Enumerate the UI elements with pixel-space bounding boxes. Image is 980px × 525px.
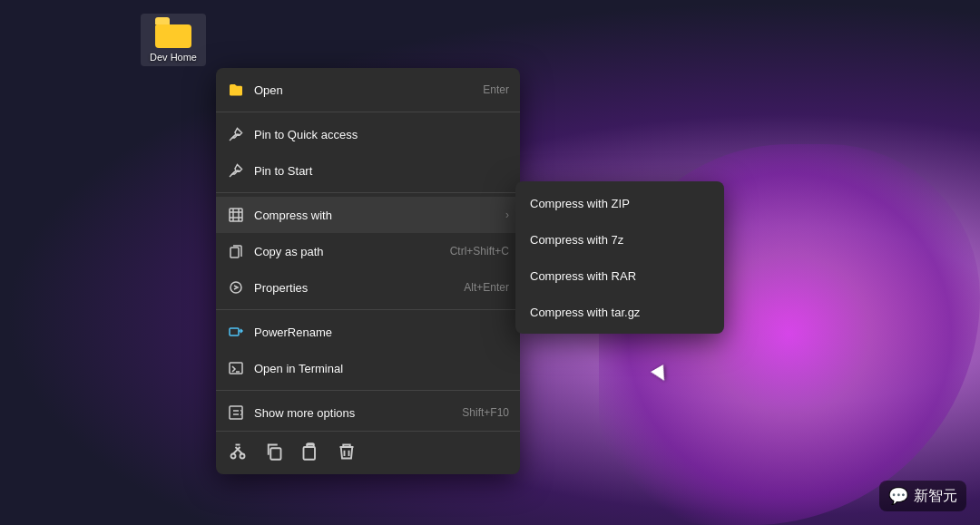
submenu-item-zip[interactable]: Compress with ZIP (515, 185, 724, 221)
desktop-icon-devhome[interactable]: Dev Home (141, 14, 206, 66)
compress-icon (227, 206, 245, 224)
menu-item-more-label: Show more options (254, 406, 453, 420)
wechat-icon: 💬 (888, 486, 908, 506)
menu-item-copy-path-shortcut: Ctrl+Shift+C (450, 245, 509, 258)
svg-point-14 (231, 453, 236, 458)
submenu-rar-label: Compress with RAR (530, 269, 710, 283)
watermark: 💬 新智元 (879, 481, 966, 511)
folder-open-icon (227, 81, 245, 99)
svg-rect-7 (230, 248, 239, 258)
pin-start-icon (227, 161, 245, 180)
menu-item-properties-label: Properties (254, 281, 455, 295)
submenu-item-7z[interactable]: Compress with 7z (515, 221, 724, 258)
paste-icon[interactable] (299, 441, 321, 462)
svg-rect-17 (270, 448, 280, 460)
menu-item-compress[interactable]: Compress with › (216, 197, 520, 233)
svg-rect-18 (304, 447, 316, 460)
divider-3 (216, 309, 520, 310)
menu-item-terminal-label: Open in Terminal (254, 362, 509, 375)
menu-item-compress-label: Compress with (254, 209, 496, 222)
menu-item-terminal[interactable]: Open in Terminal (216, 350, 520, 386)
svg-point-8 (230, 282, 241, 293)
menu-item-pin-start-label: Pin to Start (254, 164, 509, 178)
menu-item-copy-path[interactable]: Copy as path Ctrl+Shift+C (216, 233, 520, 269)
compress-submenu: Compress with ZIP Compress with 7z Compr… (515, 181, 724, 334)
menu-item-open-shortcut: Enter (483, 83, 509, 96)
cut-icon[interactable] (227, 441, 249, 462)
menu-item-powerrename-label: PowerRename (254, 326, 509, 339)
menu-item-open[interactable]: Open Enter (216, 72, 520, 108)
svg-point-15 (240, 453, 245, 458)
svg-rect-9 (230, 328, 239, 335)
menu-item-open-label: Open (254, 83, 474, 97)
submenu-7z-label: Compress with 7z (530, 233, 710, 247)
submenu-item-targz[interactable]: Compress with tar.gz (515, 294, 724, 330)
icon-label: Dev Home (150, 52, 197, 63)
submenu-arrow-icon: › (505, 209, 509, 221)
svg-rect-2 (230, 209, 242, 221)
submenu-zip-label: Compress with ZIP (530, 197, 710, 210)
more-options-icon (227, 403, 245, 422)
menu-item-more[interactable]: Show more options Shift+F10 (216, 394, 520, 431)
terminal-icon (227, 359, 245, 377)
divider-4 (216, 390, 520, 391)
properties-icon (227, 278, 245, 297)
menu-item-pin-quick-label: Pin to Quick access (254, 128, 509, 141)
watermark-text: 新智元 (914, 487, 957, 506)
copy-path-icon (227, 242, 245, 260)
submenu-targz-label: Compress with tar.gz (530, 306, 710, 319)
bottom-icon-bar (216, 431, 520, 471)
menu-item-powerrename[interactable]: PowerRename (216, 314, 520, 350)
svg-rect-13 (230, 406, 242, 419)
menu-item-pin-quick[interactable]: Pin to Quick access (216, 116, 520, 152)
powerrename-icon (227, 323, 245, 341)
divider-1 (216, 112, 520, 112)
folder-icon (155, 17, 191, 48)
divider-2 (216, 192, 520, 193)
menu-item-pin-start[interactable]: Pin to Start (216, 152, 520, 189)
delete-icon[interactable] (336, 441, 358, 462)
menu-item-properties[interactable]: Properties Alt+Enter (216, 269, 520, 306)
copy-icon[interactable] (263, 441, 285, 462)
menu-item-copy-path-label: Copy as path (254, 245, 441, 258)
context-menu: Open Enter Pin to Quick access Pin to St… (216, 68, 520, 474)
pin-quick-icon (227, 125, 245, 143)
submenu-item-rar[interactable]: Compress with RAR (515, 258, 724, 294)
menu-item-more-shortcut: Shift+F10 (462, 406, 509, 419)
menu-item-properties-shortcut: Alt+Enter (464, 281, 509, 294)
